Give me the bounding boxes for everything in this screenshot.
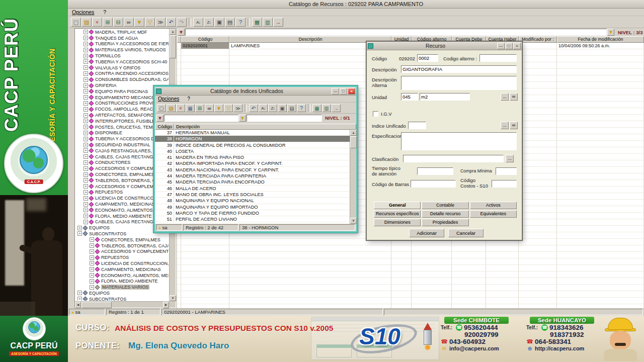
view-toggle-grid-icon[interactable]: ▦	[312, 104, 321, 112]
scroll-down-icon[interactable]: ▼	[170, 295, 176, 301]
indice-row[interactable]: 40LOSETA	[155, 148, 356, 154]
indice-row[interactable]: 48MAQUINARIA Y EQUIPO NACIONAL	[155, 198, 356, 204]
clasificacion-field[interactable]	[403, 155, 504, 162]
descripcion-field[interactable]	[401, 65, 517, 73]
funnel-icon[interactable]: ▼	[134, 18, 144, 27]
sort-za-icon[interactable]: Z↓	[268, 104, 277, 112]
unidad-desc-field[interactable]	[420, 93, 470, 101]
export-icon[interactable]: ≫	[155, 18, 166, 27]
exit-icon[interactable]: →	[273, 18, 283, 27]
redo-icon[interactable]: ↷	[177, 18, 187, 27]
exit-icon[interactable]: →	[332, 104, 341, 112]
tree-item[interactable]: +FLORA, MEDIO AMBIENTE	[75, 278, 169, 284]
tree-expand-icon[interactable]: +	[84, 65, 88, 70]
empty-row[interactable]	[177, 245, 644, 252]
close-icon[interactable]: ×	[513, 43, 521, 49]
tree-item[interactable]: +TABLEROS, BOTONERAS, CAJAS, PARA	[75, 243, 169, 249]
tab-propiedades[interactable]: Propiedades	[422, 219, 468, 226]
tree-item[interactable]: +MATERIALES VARIOS, TARUGOS	[75, 47, 169, 53]
scroll-thumb[interactable]	[82, 302, 112, 308]
tree-expand-icon[interactable]: +	[84, 113, 88, 118]
tab-general[interactable]: General	[374, 202, 421, 209]
codigo-item-field[interactable]	[417, 54, 438, 62]
tree-expand-icon[interactable]: +	[77, 297, 82, 301]
indice-browse-button[interactable]: ...	[501, 122, 509, 129]
codigo-barras-field[interactable]	[411, 180, 456, 188]
org-view-icon[interactable]: ⊟	[113, 18, 123, 27]
tree-hscrollbar[interactable]: ◀ ▶	[75, 301, 169, 308]
indice-row[interactable]: 44MADERA TERCIADA PARA CARPINTERIA	[155, 173, 356, 179]
menu-help[interactable]: ?	[103, 9, 106, 15]
scroll-up-icon[interactable]: ▲	[350, 130, 357, 136]
tree-view-icon[interactable]: ⊞	[103, 18, 113, 27]
compra-minima-field[interactable]	[496, 167, 517, 175]
tree-expand-icon[interactable]: +	[77, 226, 82, 230]
funnel-clear-icon[interactable]: ▽	[224, 104, 233, 112]
descripcion-alterna-field[interactable]	[401, 76, 517, 90]
apply-filter-icon[interactable]: ▼	[607, 29, 614, 36]
view-toggle-form-icon[interactable]: ▥	[322, 104, 331, 112]
tree-expand-icon[interactable]: +	[77, 291, 82, 295]
tree-item[interactable]: +CONSUMIBLES SOLDADURAS, GASES, E	[75, 76, 169, 82]
scroll-thumb[interactable]	[170, 35, 176, 58]
unidad-codigo-field[interactable]	[401, 93, 418, 101]
scroll-thumb[interactable]	[350, 136, 357, 148]
column-header[interactable]: Fecha de modificación	[557, 36, 644, 43]
tree-expand-icon[interactable]: +	[90, 285, 94, 290]
codigo-costos-field[interactable]	[492, 180, 517, 188]
sort-za-icon[interactable]: Z↓	[204, 18, 214, 27]
column-header[interactable]: Código	[181, 36, 229, 43]
tab-activos[interactable]: Activos	[470, 202, 517, 209]
tree-expand-icon[interactable]: +	[84, 125, 88, 129]
preview-icon[interactable]: ▣	[214, 18, 224, 27]
delete-icon[interactable]: ×	[176, 104, 185, 112]
tree-expand-icon[interactable]: +	[84, 143, 88, 147]
empty-row[interactable]	[177, 304, 644, 308]
tree-expand-icon[interactable]: +	[90, 249, 94, 254]
tree-item[interactable]: +TANQUES DE AGUA	[75, 35, 169, 41]
tree-expand-icon[interactable]: +	[84, 214, 88, 218]
maximize-icon[interactable]: □	[505, 43, 513, 49]
tiempo-tipico-field[interactable]	[417, 167, 453, 175]
binoculars-icon[interactable]: ∞	[205, 104, 214, 112]
export-icon[interactable]: ≫	[233, 104, 243, 112]
unidad-search-icon[interactable]: ∞	[510, 93, 518, 101]
indices-filter-desc-input[interactable]	[247, 115, 322, 122]
codigo-alterno-field[interactable]	[479, 54, 517, 62]
tree-expand-icon[interactable]: +	[84, 89, 88, 94]
indice-row[interactable]: 49MAQUINARIA Y EQUIPO IMPORTADO	[155, 204, 356, 210]
view-toggle-grid-icon[interactable]: ▦	[252, 18, 262, 27]
filter-funnel-icon[interactable]: ▼	[178, 29, 185, 36]
open-folder-icon[interactable]: ▨	[82, 18, 92, 27]
tree-expand-icon[interactable]: +	[84, 148, 88, 153]
help-icon[interactable]: ?	[235, 18, 246, 27]
scroll-down-icon[interactable]: ▼	[350, 218, 357, 224]
clasificacion-browse-button[interactable]: ...	[506, 155, 514, 162]
tree-expand-icon[interactable]: +	[84, 77, 88, 82]
preview-icon[interactable]: ▣	[278, 104, 287, 112]
tree-item[interactable]: +CONTRA INCENDIO ACCESORIOS	[75, 71, 169, 77]
view-toggle-form-icon[interactable]: ▥	[263, 18, 273, 27]
tree-item[interactable]: +REPUESTOS	[75, 254, 169, 260]
especificaciones-field[interactable]	[401, 132, 517, 150]
grid-filter-input[interactable]	[185, 29, 607, 36]
tree-item[interactable]: +SUBCONTRATOS	[75, 296, 169, 301]
tree-expand-icon[interactable]: +	[84, 202, 88, 207]
tree-expand-icon[interactable]: +	[84, 137, 88, 141]
cancelar-button[interactable]: Cancelar	[448, 229, 484, 237]
tree-expand-icon[interactable]: +	[90, 267, 94, 272]
sort-az-icon[interactable]: A↓	[193, 18, 203, 27]
tab-contable[interactable]: Contable	[422, 202, 468, 209]
delete-icon[interactable]: ×	[92, 18, 102, 27]
indice-row[interactable]: 39INDICE GENERAL DE PRECIOS AL CONSUMIDO…	[155, 142, 356, 148]
tree-item[interactable]: +TORNILLOS	[75, 53, 169, 59]
tree-expand-icon[interactable]: +	[90, 279, 94, 284]
indices-vscrollbar[interactable]: ▲ ▼	[350, 130, 356, 224]
tree-expand-icon[interactable]: +	[84, 196, 88, 201]
tree-item[interactable]: +ACCESORIOS Y COMPLEMENTOS P/ EQU	[75, 248, 169, 254]
tree-item[interactable]: +TUBERIA Y ACCESORIOS DE FIERRO GAL	[75, 41, 169, 47]
tree-expand-icon[interactable]: +	[84, 220, 88, 224]
tree-expand-icon[interactable]: +	[90, 261, 94, 265]
empty-row[interactable]	[177, 258, 644, 265]
undo-icon[interactable]: ↶	[166, 18, 176, 27]
